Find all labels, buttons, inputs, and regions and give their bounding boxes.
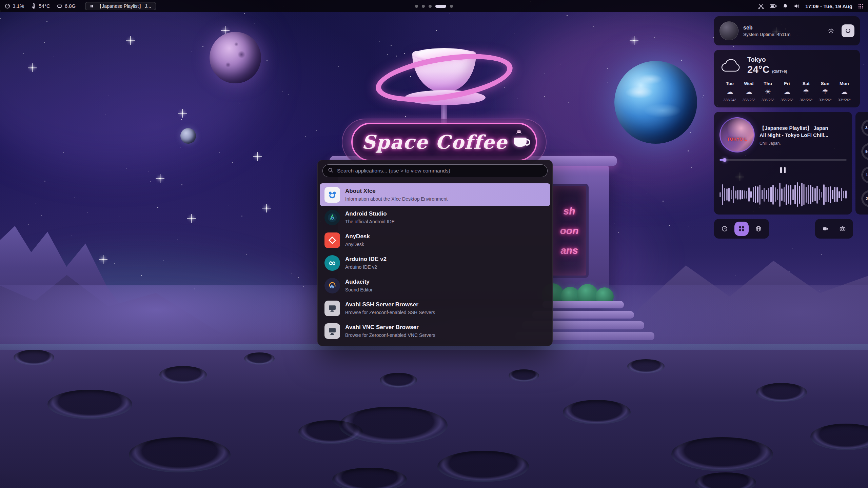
performance-button[interactable] bbox=[717, 222, 732, 236]
search-input[interactable] bbox=[337, 168, 542, 174]
app-grid-icon[interactable] bbox=[858, 4, 863, 9]
temperature-stat[interactable]: 54°C bbox=[31, 3, 50, 9]
media-player-card: TOKYO L 【Japanese Playlist】 Japan All Ni… bbox=[714, 112, 852, 215]
system-uptime: System Uptime: 4h11m bbox=[743, 32, 790, 37]
gauge-temp: 54°C bbox=[859, 141, 868, 162]
workspace-active-pill[interactable] bbox=[435, 5, 446, 8]
app-name: Arduino IDE v2 bbox=[345, 256, 387, 263]
gauge-value: 14% bbox=[866, 173, 868, 177]
window-list-button[interactable]: 【Japanese Playlist】 J... bbox=[85, 2, 156, 11]
neon-sign-line: ans bbox=[560, 245, 578, 256]
weather-card: Tokyo 24°C (GMT+9) Tue☁33°/24°Wed☁35°/25… bbox=[714, 50, 860, 107]
workspace-dot[interactable] bbox=[422, 5, 425, 8]
crater bbox=[47, 390, 132, 419]
cloud-icon: ☁ bbox=[841, 88, 848, 96]
forecast-temps: 36°/26° bbox=[800, 98, 812, 102]
cloud-icon: ☁ bbox=[783, 88, 790, 96]
weather-city: Tokyo bbox=[747, 56, 787, 63]
neon-sign-line: sh bbox=[563, 205, 575, 217]
forecast-day-label: Tue bbox=[726, 81, 734, 86]
gauge-value: 3.1% bbox=[865, 126, 868, 130]
tools-icon[interactable] bbox=[758, 3, 764, 9]
media-progress-bar[interactable] bbox=[719, 159, 847, 161]
crater bbox=[563, 400, 631, 424]
cloud-icon: ☁ bbox=[745, 88, 752, 96]
forecast-temps: 35°/26° bbox=[781, 98, 793, 102]
quick-actions-left bbox=[714, 219, 769, 239]
app-row[interactable]: About XfceInformation about the Xfce Des… bbox=[320, 183, 550, 206]
search-bar[interactable] bbox=[322, 164, 548, 177]
gauge-value: 54°C bbox=[865, 149, 868, 154]
settings-gear-button[interactable] bbox=[825, 24, 837, 37]
forecast-temps: 33°/26° bbox=[838, 98, 851, 102]
coffee-cup-icon bbox=[514, 138, 527, 147]
app-row[interactable]: Avahi SSH Server BrowserBrowse for Zeroc… bbox=[320, 297, 550, 320]
workspace-dot[interactable] bbox=[429, 5, 432, 8]
app-description: Browse for Zeroconf-enabled SSH Servers bbox=[345, 310, 435, 315]
purple-planet bbox=[210, 32, 261, 83]
widgets-panel: seb System Uptime: 4h11m Tokyo 24°C (GMT… bbox=[714, 16, 860, 239]
app-launcher: About XfceInformation about the Xfce Des… bbox=[317, 160, 553, 346]
workspace-dot[interactable] bbox=[415, 5, 418, 8]
forecast-day: Tue☁33°/24° bbox=[720, 81, 739, 102]
xfce-icon bbox=[324, 187, 340, 203]
neon-sign-line: oon bbox=[560, 225, 579, 237]
app-description: AnyDesk bbox=[345, 242, 370, 247]
forecast-day-label: Sat bbox=[803, 81, 810, 86]
workspace-dot[interactable] bbox=[450, 5, 453, 8]
desktop: sh oon ans Space Coffee bbox=[0, 0, 868, 488]
app-description: Information about the Xfce Desktop Envir… bbox=[345, 196, 448, 202]
forecast-temps: 33°/26° bbox=[819, 98, 832, 102]
volume-icon[interactable] bbox=[794, 3, 800, 9]
moon-ground bbox=[0, 350, 868, 488]
screen-record-button[interactable] bbox=[818, 222, 833, 236]
power-button[interactable] bbox=[842, 24, 854, 37]
cpu-value: 3.1% bbox=[13, 3, 24, 9]
forecast-day-label: Fri bbox=[784, 81, 790, 86]
crater bbox=[437, 451, 529, 482]
network-globe-button[interactable] bbox=[751, 222, 766, 236]
notifications-bell-icon[interactable] bbox=[783, 3, 788, 9]
media-title-line2: All Night - Tokyo LoFi Chill... bbox=[760, 131, 828, 139]
battery-icon[interactable] bbox=[770, 4, 777, 8]
audacity-icon bbox=[324, 278, 340, 293]
cpu-gauge-icon bbox=[5, 3, 10, 9]
media-title-line1: 【Japanese Playlist】 Japan bbox=[760, 124, 828, 131]
pause-button[interactable] bbox=[779, 166, 787, 175]
memory-stat[interactable]: 6.8G bbox=[57, 3, 76, 9]
app-row[interactable]: AnyDeskAnyDesk bbox=[320, 229, 550, 251]
gauge-cpu: 3.1% bbox=[859, 117, 868, 139]
top-panel: 3.1% 54°C 6.8G 【Japanese Playlist】 J... bbox=[0, 0, 868, 12]
temperature-value: 54°C bbox=[39, 3, 50, 9]
media-progress-knob[interactable] bbox=[723, 158, 726, 162]
weather-temperature: 24°C bbox=[747, 64, 770, 75]
cloud-icon bbox=[720, 57, 741, 74]
avatar bbox=[719, 21, 738, 40]
crater bbox=[339, 407, 448, 444]
app-list: About XfceInformation about the Xfce Des… bbox=[318, 183, 552, 342]
apps-grid-button[interactable] bbox=[734, 222, 749, 236]
clock[interactable]: 17:09 - Tue, 19 Aug bbox=[805, 3, 852, 9]
cup-planet-ring bbox=[372, 46, 516, 110]
android-icon bbox=[324, 210, 340, 225]
app-name: Audacity bbox=[345, 279, 373, 285]
app-row[interactable]: AudacitySound Editor bbox=[320, 274, 550, 297]
space-coffee-sign: Space Coffee bbox=[351, 123, 537, 161]
crater bbox=[810, 424, 868, 450]
screenshot-button[interactable] bbox=[835, 222, 850, 236]
crater bbox=[380, 373, 417, 388]
app-name: Avahi SSH Server Browser bbox=[345, 301, 435, 308]
app-row[interactable]: Avahi VNC Server BrowserBrowse for Zeroc… bbox=[320, 320, 550, 342]
sign-backboard bbox=[342, 119, 547, 165]
app-description: Browse for Zeroconf-enabled VNC Servers bbox=[345, 332, 435, 338]
sign-pole bbox=[441, 101, 447, 125]
app-row[interactable]: ∞Arduino IDE v2Arduino IDE v2 bbox=[320, 251, 550, 274]
memory-value: 6.8G bbox=[65, 3, 76, 9]
cpu-stat[interactable]: 3.1% bbox=[5, 3, 24, 9]
gauge-value: 24% bbox=[866, 197, 868, 201]
user-name: seb bbox=[743, 25, 790, 31]
gauge-ram: 14% bbox=[859, 164, 868, 186]
app-row[interactable]: Android StudioThe official Android IDE bbox=[320, 206, 550, 229]
forecast-temps: 35°/25° bbox=[742, 98, 755, 102]
system-gauges-card: 3.1%54°C14%24% bbox=[855, 112, 868, 215]
